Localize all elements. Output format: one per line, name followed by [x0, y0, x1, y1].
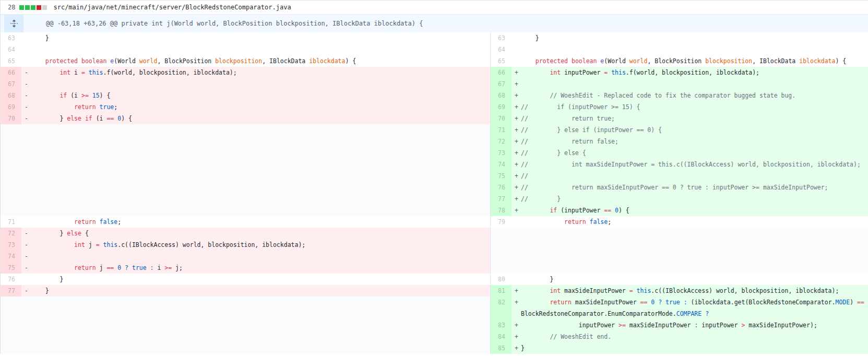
- code-segment: world: [629, 57, 648, 65]
- diff-marker: -: [25, 90, 28, 101]
- diff-marker: +: [515, 319, 518, 331]
- hunk-header-text: @@ -63,18 +63,26 @@ private int j(World …: [23, 20, 423, 27]
- code-segment: :: [150, 264, 154, 271]
- line-number-cell[interactable]: 64: [1, 44, 21, 55]
- code-segment: int: [550, 69, 561, 76]
- hunk-header-row: @@ -63,18 +63,26 @@ private int j(World …: [1, 15, 868, 32]
- code-segment: i: [154, 264, 165, 271]
- code-segment: maxSideInputPower: [572, 299, 640, 306]
- unfold-icon: [10, 19, 18, 28]
- diff-marker: -: [25, 78, 28, 90]
- line-number-cell[interactable]: 83: [491, 319, 512, 331]
- line-number-cell[interactable]: 74: [491, 159, 512, 170]
- code-segment: [680, 299, 684, 306]
- line-number-cell[interactable]: 64: [491, 44, 512, 55]
- line-number-cell[interactable]: 80: [491, 274, 512, 285]
- code-segment: [96, 103, 100, 111]
- code-segment: [521, 207, 550, 214]
- code-segment: inputPower: [521, 322, 619, 329]
- code-cell: - int i = this.f(world, blockposition, i…: [21, 67, 490, 78]
- line-number-cell[interactable]: 67: [491, 78, 512, 90]
- line-number-cell[interactable]: 71: [1, 216, 21, 228]
- line-number-cell[interactable]: 77: [1, 285, 21, 296]
- line-number-cell[interactable]: 78: [491, 205, 512, 216]
- diff-line-row: 72- } else {: [1, 228, 490, 239]
- line-number-cell[interactable]: 69: [1, 101, 21, 113]
- diff-marker: -: [25, 101, 28, 113]
- code-segment: inputPower: [561, 69, 604, 76]
- line-number-cell[interactable]: 76: [1, 274, 21, 285]
- code-segment: ==: [604, 207, 611, 214]
- line-number-cell[interactable]: 72: [1, 228, 21, 239]
- line-number-cell[interactable]: 68: [491, 90, 512, 101]
- code-cell: - } else {: [21, 228, 490, 239]
- code-segment: =: [96, 241, 100, 248]
- line-number-cell[interactable]: 74: [1, 251, 21, 262]
- code-segment: maxSideInputPower);: [745, 322, 817, 329]
- line-number-cell[interactable]: 75: [1, 262, 21, 274]
- code-cell: - } else if (i == 0) {: [21, 113, 490, 124]
- line-number-cell[interactable]: 70: [491, 113, 512, 124]
- code-segment: return: [550, 299, 572, 306]
- diff-left-pane: 63 }6465 protected boolean e(World world…: [1, 32, 490, 354]
- filler-row: [491, 228, 868, 274]
- diff-line-row: 63 }: [491, 32, 868, 44]
- line-number-cell[interactable]: 72: [491, 136, 512, 147]
- diff-marker: +: [515, 205, 518, 216]
- code-segment: iblockdata: [799, 57, 835, 65]
- code-segment: ==: [106, 264, 114, 271]
- code-segment: ) {: [100, 92, 111, 99]
- code-cell: return false;: [512, 216, 868, 228]
- line-number-cell[interactable]: 66: [1, 67, 21, 78]
- code-segment: return: [74, 218, 96, 226]
- diff-marker: +: [515, 113, 518, 124]
- line-number-cell[interactable]: 81: [491, 285, 512, 296]
- filler-row: [1, 124, 490, 216]
- code-segment: COMPARE: [676, 310, 701, 317]
- code-segment: if: [60, 92, 67, 99]
- code-segment: world: [139, 57, 158, 65]
- code-segment: [31, 264, 74, 271]
- line-number-cell[interactable]: 75: [491, 170, 512, 182]
- code-segment: (World: [114, 57, 139, 65]
- code-cell: - return true;: [21, 101, 490, 113]
- diff-line-row: 72+// return false;: [491, 136, 868, 147]
- line-number-cell[interactable]: 70: [1, 113, 21, 124]
- code-segment: // return maxSideInputPower == 0 ? true …: [521, 184, 828, 191]
- line-number-cell[interactable]: 67: [1, 78, 21, 90]
- line-number-cell[interactable]: 65: [1, 55, 21, 67]
- diff-line-row: 69+// if (inputPower >= 15) {: [491, 101, 868, 113]
- code-segment: j;: [172, 264, 183, 271]
- line-number-cell[interactable]: 69: [491, 101, 512, 113]
- line-number-cell[interactable]: 73: [491, 147, 512, 159]
- code-cell: -: [21, 78, 490, 90]
- diff-line-row: 82+ return maxSideInputPower == 0 ? true…: [491, 296, 868, 319]
- line-number-cell[interactable]: 77: [491, 193, 512, 205]
- line-number-cell[interactable]: 68: [1, 90, 21, 101]
- diffstat-graph: [19, 5, 47, 10]
- line-number-cell[interactable]: 63: [1, 32, 21, 44]
- line-number-cell[interactable]: 63: [491, 32, 512, 44]
- code-segment: [31, 92, 60, 99]
- line-number-cell[interactable]: 66: [491, 67, 512, 78]
- code-segment: this: [103, 241, 118, 248]
- code-cell: + inputPower >= maxSideInputPower : inpu…: [512, 319, 868, 331]
- code-cell: + // WoeshEdit - Replaced code to fix th…: [512, 90, 868, 101]
- line-number-cell[interactable]: 71: [491, 124, 512, 136]
- expand-hunk-button[interactable]: [4, 15, 23, 32]
- code-segment: }: [31, 34, 49, 42]
- line-number-cell[interactable]: 73: [1, 239, 21, 251]
- diff-line-row: 77+// }: [491, 193, 868, 205]
- code-segment: true: [100, 103, 114, 111]
- diff-line-row: 73- int j = this.c((IBlockAccess) world,…: [1, 239, 490, 251]
- line-number-cell[interactable]: 85: [491, 342, 512, 354]
- line-number-cell[interactable]: 65: [491, 55, 512, 67]
- line-number-cell[interactable]: 79: [491, 216, 512, 228]
- file-path[interactable]: src/main/java/net/minecraft/server/Block…: [53, 4, 291, 11]
- code-segment: 0: [615, 207, 619, 214]
- code-segment: int: [74, 241, 85, 248]
- line-number-cell[interactable]: 76: [491, 182, 512, 193]
- line-number-cell[interactable]: 84: [491, 331, 512, 342]
- line-number-cell[interactable]: 82: [491, 296, 512, 319]
- code-segment: if: [85, 115, 92, 122]
